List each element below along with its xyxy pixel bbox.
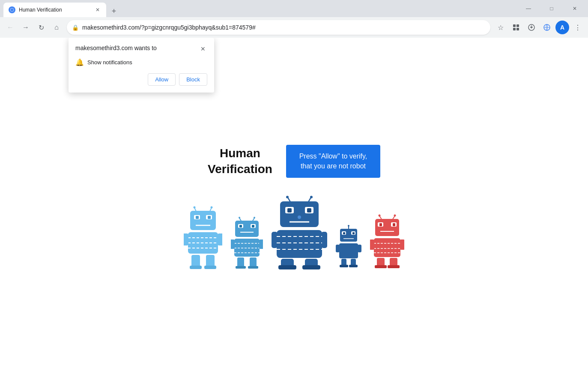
- notification-text: Show notifications: [87, 59, 132, 66]
- page-content: makesomethird3.com wants to ✕ 🔔 Show not…: [0, 38, 588, 377]
- verify-button[interactable]: Press "Allow" to verify, that you are no…: [286, 145, 380, 178]
- svg-point-56: [298, 215, 301, 219]
- robots-section: [184, 195, 404, 270]
- menu-button[interactable]: ⋮: [571, 21, 585, 34]
- notification-popup: makesomethird3.com wants to ✕ 🔔 Show not…: [69, 38, 214, 93]
- popup-close-button[interactable]: ✕: [199, 45, 207, 53]
- maximize-button[interactable]: □: [542, 2, 561, 15]
- tab-bar: Human Verification ✕ +: [3, 0, 517, 17]
- svg-rect-87: [375, 219, 399, 236]
- nav-bar: ← → ↻ ⌂ 🔒 makesomethird3.com/?p=gizgcnrq…: [0, 17, 588, 38]
- svg-rect-22: [218, 233, 222, 245]
- popup-actions: Allow Block: [75, 73, 207, 86]
- url-text: makesomethird3.com/?p=gizgcnrqgu5gi3bpha…: [82, 24, 485, 31]
- svg-rect-21: [184, 233, 188, 245]
- svg-point-10: [211, 206, 213, 208]
- popup-header: makesomethird3.com wants to ✕: [75, 45, 207, 53]
- svg-point-69: [348, 225, 349, 227]
- svg-rect-66: [278, 265, 296, 269]
- svg-point-84: [379, 214, 381, 216]
- address-bar[interactable]: 🔒 makesomethird3.com/?p=gizgcnrqgu5gi3bp…: [67, 20, 490, 35]
- lock-icon: 🔒: [72, 24, 79, 31]
- svg-point-48: [286, 196, 289, 198]
- svg-rect-25: [190, 266, 202, 269]
- svg-rect-4: [516, 28, 519, 30]
- svg-rect-15: [208, 216, 211, 219]
- svg-rect-74: [352, 232, 355, 234]
- svg-rect-34: [239, 225, 242, 227]
- svg-rect-2: [516, 24, 519, 27]
- svg-point-8: [194, 206, 196, 208]
- verification-section: Human Verification Press "Allow" to veri…: [208, 145, 380, 178]
- svg-rect-3: [513, 28, 516, 30]
- svg-rect-54: [287, 208, 292, 212]
- reload-button[interactable]: ↻: [34, 21, 48, 34]
- svg-rect-42: [259, 239, 263, 249]
- svg-rect-1: [513, 24, 516, 27]
- svg-rect-67: [302, 265, 320, 269]
- bell-icon: 🔔: [75, 58, 84, 66]
- svg-rect-78: [358, 245, 361, 252]
- svg-rect-51: [280, 201, 319, 227]
- svg-rect-26: [204, 266, 216, 269]
- back-button[interactable]: ←: [3, 21, 17, 34]
- svg-point-28: [239, 217, 240, 218]
- svg-rect-45: [236, 266, 246, 269]
- allow-button[interactable]: Allow: [148, 73, 176, 86]
- translate-button[interactable]: [540, 21, 554, 34]
- forward-button[interactable]: →: [19, 21, 33, 34]
- svg-rect-41: [231, 239, 235, 249]
- window-controls: — □ ✕: [519, 2, 585, 15]
- new-tab-button[interactable]: +: [108, 5, 120, 17]
- svg-rect-59: [272, 232, 278, 248]
- svg-rect-55: [307, 208, 311, 212]
- svg-rect-31: [235, 221, 259, 237]
- svg-point-50: [310, 196, 313, 198]
- svg-rect-58: [277, 230, 322, 258]
- tab-close-button[interactable]: ✕: [94, 6, 101, 13]
- browser-frame: Human Verification ✕ + — □ ✕ ← → ↻ ⌂ 🔒 m…: [0, 0, 588, 377]
- svg-rect-46: [248, 266, 258, 269]
- downloads-button[interactable]: [525, 21, 538, 34]
- nav-actions: ☆ A: [494, 21, 585, 34]
- svg-rect-14: [196, 216, 199, 219]
- tab-title: Human Verification: [19, 7, 91, 13]
- profile-button[interactable]: A: [555, 21, 569, 34]
- home-button[interactable]: ⌂: [50, 21, 63, 34]
- svg-rect-91: [393, 223, 395, 226]
- svg-rect-102: [388, 265, 400, 268]
- robot-5: [370, 214, 404, 270]
- svg-rect-98: [400, 239, 404, 250]
- bookmark-button[interactable]: ☆: [494, 21, 507, 34]
- tab-favicon: [9, 6, 15, 13]
- svg-rect-76: [339, 243, 358, 258]
- svg-rect-73: [343, 232, 345, 234]
- robot-2: [231, 216, 263, 270]
- svg-rect-35: [252, 225, 254, 227]
- svg-rect-82: [349, 265, 358, 267]
- robot-4: [336, 225, 361, 270]
- title-bar: Human Verification ✕ + — □ ✕: [0, 0, 588, 17]
- svg-point-30: [254, 217, 255, 218]
- svg-point-86: [394, 214, 396, 216]
- svg-rect-70: [340, 229, 357, 242]
- verification-title: Human Verification: [208, 146, 272, 177]
- popup-notification-item: 🔔 Show notifications: [75, 58, 207, 66]
- close-button[interactable]: ✕: [565, 2, 585, 15]
- block-button[interactable]: Block: [179, 73, 207, 86]
- svg-rect-93: [374, 238, 400, 257]
- svg-rect-101: [375, 265, 387, 268]
- extensions-button[interactable]: [509, 21, 523, 34]
- svg-rect-97: [370, 239, 374, 250]
- robot-1: [184, 206, 222, 270]
- svg-rect-77: [336, 245, 340, 252]
- active-tab[interactable]: Human Verification ✕: [3, 3, 106, 17]
- svg-rect-37: [234, 239, 260, 257]
- svg-rect-81: [340, 265, 348, 267]
- robot-3: [272, 195, 327, 270]
- svg-rect-11: [190, 211, 216, 230]
- minimize-button[interactable]: —: [519, 2, 538, 15]
- svg-rect-60: [321, 232, 327, 248]
- popup-title: makesomethird3.com wants to: [75, 45, 157, 51]
- svg-rect-90: [379, 223, 382, 226]
